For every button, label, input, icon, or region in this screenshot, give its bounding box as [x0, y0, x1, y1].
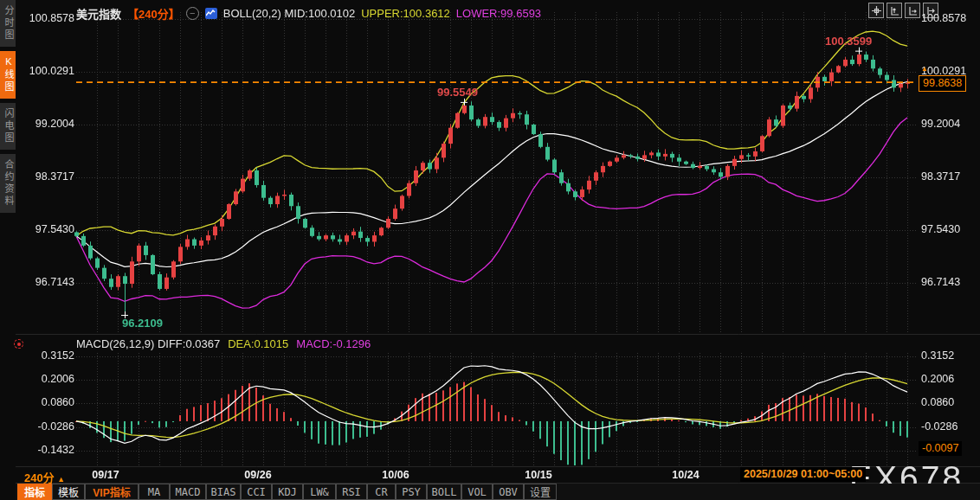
crosshair-icon[interactable] [868, 3, 884, 18]
kdj-button[interactable]: KDJ [272, 484, 303, 500]
date-label: 09/26 [244, 469, 271, 481]
axis-label: 100.0291 [17, 65, 74, 77]
sidebar: 分时图K线图闪电图合约资料 [0, 0, 16, 500]
period-label: 【240分】 [127, 5, 180, 22]
date-label: 09/17 [92, 469, 119, 481]
cci-button[interactable]: CCI [241, 484, 272, 500]
date-label: 10/06 [382, 469, 409, 481]
axis-label: 97.5430 [17, 223, 74, 235]
current-macd-box: -0.0097 [919, 441, 962, 456]
bar-time-range-label: 2025/10/29 01:00~05:00 [740, 467, 866, 482]
vol-button[interactable]: VOL [461, 484, 493, 500]
bias-button[interactable]: BIAS [206, 484, 241, 500]
alert-icon[interactable] [14, 339, 23, 349]
macd-dea-legend: DEA:0.1015 [228, 337, 288, 350]
extreme-price-annotation-mid_high: 99.5549 [437, 86, 478, 99]
axis-label: 0.2006 [17, 373, 74, 385]
date-label: 10/15 [525, 469, 551, 481]
axis-zoom-horizontal-icon[interactable] [905, 3, 920, 18]
axis-label: 99.2004 [17, 118, 74, 130]
symbol-title: 美元指数 [76, 5, 121, 22]
psy-button[interactable]: PSY [396, 484, 427, 500]
axis-label: 0.0860 [921, 396, 954, 408]
axis-label: 0.3152 [921, 349, 954, 362]
current-price-box: 99.8638 [919, 75, 966, 92]
axis-label: 100.8578 [17, 12, 74, 24]
axis-label: -0.1432 [17, 444, 74, 456]
axis-label: -0.0286 [921, 420, 957, 433]
axis-label: 100.8578 [921, 12, 966, 24]
axis-label: 0.0860 [17, 396, 74, 408]
template-button[interactable]: 模板 [52, 484, 85, 500]
axis-label: 98.3717 [17, 170, 74, 183]
axis-label: 0.2006 [921, 373, 954, 385]
macd-legend: MACD(26,12,9) DIFF:0.0367 DEA:0.1015 MAC… [76, 337, 371, 350]
collapse-icon[interactable]: − [186, 7, 199, 20]
chart-app: 分时图K线图闪电图合约资料 美元指数 【240分】 − BOLL(20,2) M… [0, 0, 980, 500]
axis-label: 99.2004 [921, 118, 960, 130]
axis-label: 98.3717 [921, 170, 960, 183]
lwr-button[interactable]: LW& [303, 484, 336, 500]
tab-time-chart[interactable]: 分时图 [0, 0, 16, 47]
tab-kline-chart[interactable]: K线图 [0, 51, 16, 99]
axis-label: 97.5430 [921, 223, 960, 235]
cr-button[interactable]: CR [367, 484, 396, 500]
rsi-button[interactable]: RSI [336, 484, 367, 500]
ma-button[interactable]: MA [139, 484, 170, 500]
boll-button[interactable]: BOLL [427, 484, 461, 500]
mini-chart-icon[interactable] [205, 8, 217, 19]
axis-label: -0.0286 [17, 420, 74, 433]
axis-label: 96.7143 [17, 276, 74, 288]
indicator-toolbar: 指标模板VIP指标MAMACDBIASCCIKDJLW&RSICRPSYBOLL… [16, 484, 980, 500]
macd-diff-legend: MACD(26,12,9) DIFF:0.0367 [76, 337, 220, 350]
title-bar: 美元指数 【240分】 − BOLL(20,2) MID:100.0102 UP… [76, 5, 541, 21]
price-up-arrow-icon: ▲ [921, 66, 928, 73]
obv-button[interactable]: OBV [493, 484, 524, 500]
boll-upper-legend: UPPER:100.3612 [361, 7, 450, 20]
axis-label: 96.7143 [921, 276, 960, 288]
macd-hist-legend: MACD:-0.1296 [296, 337, 371, 350]
axis-zoom-vertical-icon[interactable] [887, 3, 902, 18]
extreme-price-annotation-low: 96.2109 [122, 317, 163, 330]
settings-button[interactable]: 设置 [524, 484, 557, 500]
tab-lightning-chart[interactable]: 闪电图 [0, 103, 16, 150]
vip-indicator-button[interactable]: VIP指标 [85, 484, 139, 500]
extreme-price-annotation-high: 100.3599 [825, 35, 872, 48]
indicator-button[interactable]: 指标 [17, 484, 52, 500]
chart-canvas[interactable] [0, 0, 980, 500]
timeframe-arrow-icon: ▲ [57, 475, 65, 484]
macd-button[interactable]: MACD [170, 484, 206, 500]
boll-lower-legend: LOWER:99.6593 [456, 7, 541, 20]
axis-label: 0.3152 [17, 349, 74, 362]
tab-contract-info[interactable]: 合约资料 [0, 154, 16, 213]
date-label: 10/24 [672, 469, 699, 481]
boll-legend: BOLL(20,2) MID:100.0102 [223, 7, 355, 20]
